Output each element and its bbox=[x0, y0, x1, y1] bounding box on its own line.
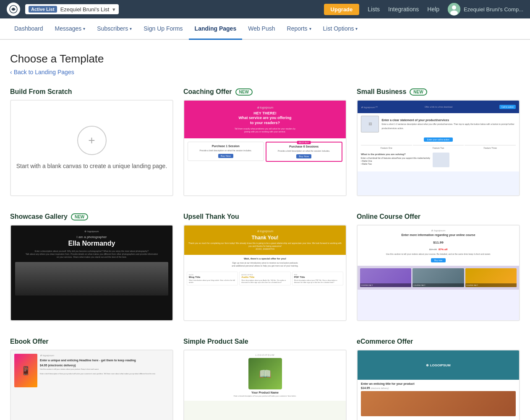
showcase-preview: ⊕ logoipsum I am a photographer Ella Nor… bbox=[11, 226, 172, 320]
nav-dashboard[interactable]: Dashboard bbox=[8, 18, 49, 40]
nav-reports[interactable]: Reports ▾ bbox=[281, 18, 317, 40]
coaching-subtext: Tell them exactly what problems you will… bbox=[235, 127, 295, 133]
template-title-label: Online Course Offer bbox=[357, 213, 420, 220]
user-name: Ezequiel Bruni's Comp... bbox=[464, 6, 523, 13]
nav-messages[interactable]: Messages ▾ bbox=[49, 18, 91, 40]
template-card-upsell-thank-you[interactable]: ⊕ logoipsum Thank You! Thank you so much… bbox=[183, 225, 347, 321]
nav-landing-pages[interactable]: Landing Pages bbox=[189, 18, 243, 40]
template-title-coaching-offer: Coaching Offer NEW bbox=[183, 88, 347, 96]
template-section-coaching-offer: Coaching Offer NEW ⊕ logoipsum HEY THERE… bbox=[183, 88, 347, 196]
template-section-small-business: Small Business NEW ⊕ logoipsum™ Offer a … bbox=[357, 88, 520, 196]
sb-problem-text: What is the problem you are solving? Ent… bbox=[361, 153, 430, 166]
help-link[interactable]: Help bbox=[427, 6, 439, 13]
upsell-desc-blog: Short introduction about your blog artic… bbox=[189, 279, 236, 283]
back-to-landing-pages-link[interactable]: ‹ Back to Landing Pages bbox=[10, 69, 74, 75]
template-card-simple-product-sale[interactable]: LOGOIPSUM 📖 Your Product Name Enter a br… bbox=[183, 350, 347, 420]
small-business-preview: ⊕ logoipsum™ Offer a link to a free down… bbox=[358, 101, 519, 195]
sb-problem-img bbox=[433, 153, 449, 167]
top-bar: Active List Ezequiel Bruni's List ▾ Upgr… bbox=[0, 0, 530, 18]
upsell-ty-text: Thank You! bbox=[188, 235, 342, 241]
template-title-build-from-scratch: Build From Scratch bbox=[10, 88, 173, 96]
template-card-ecommerce-offer[interactable]: ⊕ LOGOIPSUM Enter an enticing title for … bbox=[357, 350, 520, 420]
top-bar-right: Upgrade Lists Integrations Help Ezequiel… bbox=[324, 3, 523, 16]
ecommerce-content: Enter an enticing title for your product… bbox=[358, 380, 519, 419]
template-title-showcase-gallery: Showcase Gallery NEW bbox=[10, 213, 173, 220]
buy-btn-2: Buy Now bbox=[296, 154, 311, 158]
reports-caret: ▾ bbox=[309, 26, 311, 31]
sb-top: ⊕ logoipsum™ Offer a link to a free down… bbox=[358, 101, 519, 113]
template-title-label: Showcase Gallery bbox=[10, 213, 68, 220]
sb-headline: Enter a clear statement of your product/… bbox=[381, 118, 516, 130]
ebook-logo: ⊕ logoipsum bbox=[40, 354, 169, 357]
ecommerce-delivery: (electronic delivery) bbox=[371, 387, 389, 389]
template-card-showcase-gallery[interactable]: ⊕ logoipsum I am a photographer Ella Nor… bbox=[10, 225, 173, 321]
user-info[interactable]: Ezequiel Bruni's Comp... bbox=[448, 3, 523, 16]
template-card-build-from-scratch[interactable]: + Start with a blank canvas to create a … bbox=[10, 100, 173, 196]
upsell-mid: Wait, there's a special offer for you! S… bbox=[184, 255, 346, 270]
ebook-book-image: 📱 bbox=[14, 354, 37, 387]
upsell-offer-desc: Sign up now at our introductory price to… bbox=[188, 262, 342, 267]
template-section-ebook-offer: Ebook Offer 📱 ⊕ logoipsum Enter a unique… bbox=[10, 338, 173, 420]
template-card-coaching-offer[interactable]: ⊕ logoipsum HEY THERE!What service are y… bbox=[183, 100, 347, 196]
template-card-ebook-offer[interactable]: 📱 ⊕ logoipsum Enter a unique and enticin… bbox=[10, 350, 173, 420]
upsell-title-pdf: PDF Title bbox=[294, 276, 341, 278]
coaching-preview: ⊕ logoipsum HEY THERE!What service are y… bbox=[184, 101, 346, 195]
sb-call-btn: Call to action bbox=[499, 105, 516, 109]
nav-signup-forms[interactable]: Sign Up Forms bbox=[138, 18, 188, 40]
card-desc-1: Provide a brief description on what the … bbox=[191, 149, 261, 152]
coaching-top: ⊕ logoipsum HEY THERE!What service are y… bbox=[184, 101, 346, 138]
template-title-simple-product-sale: Simple Product Sale bbox=[183, 338, 347, 345]
ebook-desc: Use this section to tell your visitors a… bbox=[40, 368, 169, 375]
gallery-label-3: COURSE FACT bbox=[465, 283, 517, 287]
nav-subscribers[interactable]: Subscribers ▾ bbox=[91, 18, 138, 40]
upsell-desc-audio: Short description about your Audio file.… bbox=[241, 279, 288, 283]
online-logo: ⊕ logoipsum bbox=[361, 229, 516, 232]
ebook-content: ⊕ logoipsum Enter a unique and enticing … bbox=[40, 354, 169, 420]
upsell-logo: ⊕ logoipsum bbox=[188, 230, 342, 233]
main-content: Choose a Template ‹ Back to Landing Page… bbox=[0, 40, 530, 420]
sb-problem-desc: Enter a thumbnail list of features about… bbox=[361, 157, 430, 166]
template-grid: Build From Scratch + Start with a blank … bbox=[10, 88, 520, 420]
user-avatar bbox=[448, 3, 460, 16]
back-chevron-icon: ‹ bbox=[10, 69, 12, 75]
lists-link[interactable]: Lists bbox=[368, 6, 380, 13]
sb-hero: 🖼 Enter a clear statement of your produc… bbox=[361, 116, 516, 132]
ebook-preview: 📱 ⊕ logoipsum Enter a unique and enticin… bbox=[11, 350, 172, 420]
coaching-logo: ⊕ logoipsum bbox=[257, 106, 274, 109]
template-title-ecommerce-offer: eCommerce Offer bbox=[357, 338, 520, 345]
new-badge-coaching: NEW bbox=[235, 88, 253, 96]
new-badge-showcase: NEW bbox=[71, 213, 88, 220]
product-book-icon: 📖 bbox=[259, 368, 272, 380]
nav-web-push[interactable]: Web Push bbox=[242, 18, 281, 40]
svg-point-2 bbox=[452, 5, 456, 10]
blank-plus-icon: + bbox=[77, 126, 107, 155]
active-list-label: Active List bbox=[29, 6, 57, 13]
template-title-label: eCommerce Offer bbox=[357, 338, 413, 345]
gallery-label-2: COURSE FACT bbox=[413, 283, 464, 287]
coaching-card-2: BEST BUY Purchase 6 Sessions Provide a b… bbox=[266, 142, 343, 162]
gallery-item-1: COURSE FACT bbox=[360, 268, 411, 287]
upgrade-button[interactable]: Upgrade bbox=[324, 4, 360, 15]
integrations-link[interactable]: Integrations bbox=[388, 6, 419, 13]
template-title-label: Build From Scratch bbox=[10, 88, 72, 96]
product-logo: LOGOIPSUM bbox=[188, 354, 342, 356]
back-link-text: Back to Landing Pages bbox=[14, 69, 74, 75]
upsell-top: ⊕ logoipsum Thank You! Thank you so much… bbox=[184, 226, 346, 255]
card-title-1: Purchase 1 Session bbox=[191, 145, 261, 148]
template-card-small-business[interactable]: ⊕ logoipsum™ Offer a link to a free down… bbox=[357, 100, 520, 196]
template-title-online-course-offer: Online Course Offer bbox=[357, 213, 520, 220]
product-top: LOGOIPSUM 📖 Your Product Name Enter a br… bbox=[184, 350, 346, 401]
list-name: Ezequiel Bruni's List bbox=[60, 6, 110, 13]
product-name: Your Product Name bbox=[188, 391, 342, 394]
aweber-logo[interactable] bbox=[7, 3, 20, 16]
showcase-subtitle: I am a photographer bbox=[76, 235, 107, 239]
nav-list-options[interactable]: List Options ▾ bbox=[317, 18, 364, 40]
ebook-book-icon: 📱 bbox=[21, 366, 31, 376]
template-section-online-course-offer: Online Course Offer ⊕ logoipsum Enter mo… bbox=[357, 213, 520, 321]
showcase-logo: ⊕ logoipsum bbox=[84, 230, 99, 233]
template-title-label: Coaching Offer bbox=[183, 88, 232, 96]
ecommerce-price: $14.95 (electronic delivery) bbox=[361, 386, 516, 389]
template-card-online-course-offer[interactable]: ⊕ logoipsum Enter more information regar… bbox=[357, 225, 520, 321]
list-selector[interactable]: Active List Ezequiel Bruni's List ▾ bbox=[25, 4, 119, 14]
sb-problem-title: What is the problem you are solving? bbox=[361, 153, 430, 156]
